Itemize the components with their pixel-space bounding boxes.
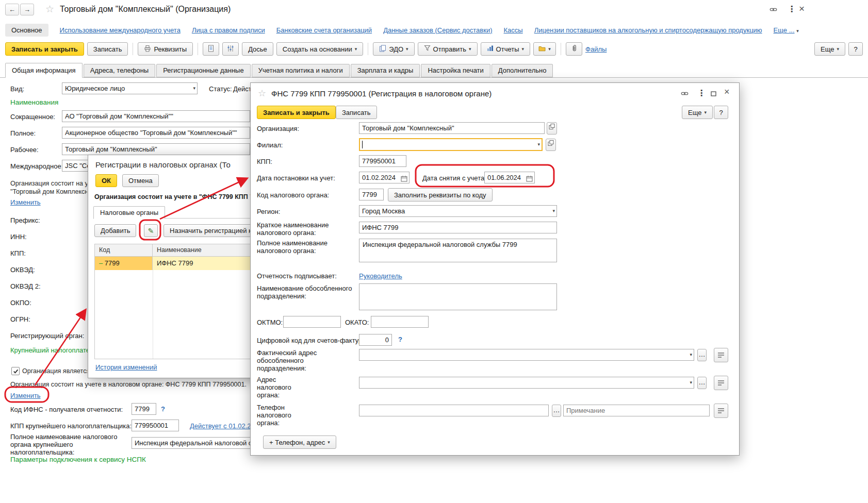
organization-input[interactable]: Торговый дом "Комплексный": [359, 122, 545, 134]
tax-phone-input[interactable]: [359, 405, 549, 416]
maximize-icon[interactable]: [711, 90, 716, 98]
files-link[interactable]: Файлы: [585, 45, 607, 53]
close-icon[interactable]: ×: [724, 87, 730, 97]
cell-code[interactable]: – 7799: [95, 257, 153, 270]
nav-link-cash-desks[interactable]: Кассы: [504, 26, 523, 34]
change-tax-registration-link[interactable]: Изменить: [10, 392, 41, 399]
save-button[interactable]: Записать: [87, 42, 128, 56]
more-button[interactable]: Еще▾: [682, 106, 713, 119]
edo-button[interactable]: ЭДО▾: [373, 42, 414, 56]
help-button[interactable]: ?: [714, 106, 728, 119]
ifns-code-label: Код ИФНС - получателя отчетности:: [10, 406, 123, 413]
fill-by-code-button[interactable]: Заполнить реквизиты по коду: [388, 188, 493, 202]
org-is-checkbox[interactable]: [11, 367, 20, 375]
invoice-code-input[interactable]: 0: [359, 334, 392, 346]
full-tax-name-textarea[interactable]: Инспекция федеральной налоговой службы 7…: [359, 239, 557, 262]
calendar-icon[interactable]: [526, 174, 533, 183]
help-button[interactable]: ?: [848, 42, 863, 56]
dereg-date-input[interactable]: 01.06.2024: [484, 172, 535, 183]
more-menu-icon[interactable]: ⋮: [788, 4, 796, 14]
column-header-code[interactable]: Код: [95, 244, 153, 256]
create-based-on-button[interactable]: Создать на основании▾: [276, 42, 363, 56]
tax-code-input[interactable]: 7799: [359, 189, 384, 200]
attach-file-button[interactable]: [566, 42, 582, 56]
tax-phone-comment-button[interactable]: [714, 404, 728, 418]
nav-link-order-data[interactable]: Данные заказов (Сервис доставки): [383, 26, 492, 34]
add-button[interactable]: Добавить: [94, 224, 136, 237]
send-button[interactable]: Отправить▾: [418, 42, 478, 56]
copy-link-icon[interactable]: [769, 6, 777, 14]
largest-taxpayer-link[interactable]: Крупнейший налогоплател: [10, 346, 88, 354]
abacus-icon-button[interactable]: [222, 42, 239, 56]
region-select[interactable]: Город Москва▾: [359, 205, 557, 217]
cancel-button[interactable]: Отмена: [122, 174, 159, 187]
ok-button[interactable]: ОК: [95, 174, 117, 187]
back-button[interactable]: ←: [5, 4, 19, 15]
copy-link-icon[interactable]: [681, 90, 689, 98]
nav-link-alcohol-licenses[interactable]: Лицензии поставщиков на алкогольную и сп…: [534, 26, 762, 34]
save-button[interactable]: Записать: [336, 106, 377, 119]
kpp-largest-input[interactable]: 779950001: [132, 420, 179, 431]
tab-addresses-phones[interactable]: Адреса, телефоны: [84, 64, 156, 77]
short-tax-name-input[interactable]: ИФНС 7799: [359, 222, 557, 233]
save-and-close-button[interactable]: Записать и закрыть: [5, 42, 84, 56]
catalog-icon-button[interactable]: ▾: [533, 42, 556, 56]
branch-input[interactable]: ▾: [359, 138, 543, 151]
actual-address-more-button[interactable]: …: [697, 349, 707, 361]
tax-address-input[interactable]: ▾: [359, 377, 694, 389]
calendar-icon[interactable]: [401, 174, 407, 183]
oktmo-input[interactable]: [283, 316, 341, 328]
tab-accounting-policy[interactable]: Учетная политика и налоги: [252, 64, 350, 77]
nav-more[interactable]: Еще ... ▾: [774, 26, 799, 34]
okato-input[interactable]: [371, 316, 429, 328]
reg-date-input[interactable]: 01.02.2024: [359, 172, 410, 183]
tab-payroll-hr[interactable]: Зарплата и кадры: [351, 64, 420, 77]
nav-link-international-accounting[interactable]: Использование международного учета: [60, 26, 181, 34]
add-phone-address-button[interactable]: + Телефон, адрес▾: [263, 435, 336, 449]
separate-division-textarea[interactable]: [359, 283, 557, 310]
tab-tax-authorities[interactable]: Налоговые органы: [93, 206, 165, 219]
tax-address-more-button[interactable]: …: [697, 377, 707, 389]
ifns-help-icon[interactable]: ?: [161, 405, 165, 413]
working-name-input[interactable]: Торговый дом "Комплексный": [62, 143, 250, 155]
kind-select[interactable]: Юридическое лицо▾: [62, 82, 198, 94]
open-organization-button[interactable]: [547, 122, 557, 135]
nav-link-signing-persons[interactable]: Лица с правом подписи: [192, 26, 265, 34]
phone-note-input[interactable]: [563, 405, 710, 416]
dossier-button[interactable]: Досье: [242, 42, 273, 56]
ifns-code-input[interactable]: 7799: [132, 403, 156, 415]
tab-print-settings[interactable]: Настройка печати: [421, 64, 490, 77]
tax-phone-more-button[interactable]: …: [552, 405, 561, 417]
more-button[interactable]: Еще▾: [814, 42, 845, 56]
tab-registration-data[interactable]: Регистрационные данные: [156, 64, 250, 77]
assign-registration-button[interactable]: Назначить регистрацией кру: [163, 224, 265, 237]
tax-address-comment-button[interactable]: [714, 376, 728, 390]
nav-item-main[interactable]: Основное: [5, 24, 48, 37]
actual-address-input[interactable]: ▾: [359, 349, 694, 361]
edit-pencil-button[interactable]: ✎: [144, 224, 158, 237]
short-name-input[interactable]: АО "Торговый дом "Комплексный"": [62, 110, 250, 122]
valid-from-link[interactable]: Действует с 01.02.202: [190, 422, 258, 430]
history-link[interactable]: История изменений: [95, 363, 157, 371]
more-menu-icon[interactable]: ⋮: [697, 88, 706, 98]
reports-button[interactable]: Отчеты▾: [481, 42, 530, 56]
open-branch-button[interactable]: [546, 139, 556, 151]
requisites-button[interactable]: Реквизиты: [138, 42, 193, 56]
change-registration-link[interactable]: Изменить: [10, 198, 41, 206]
favorite-star-icon[interactable]: ☆: [45, 3, 54, 15]
save-and-close-button[interactable]: Записать и закрыть: [257, 106, 336, 119]
full-name-input[interactable]: Акционерное общество "Торговый дом "Комп…: [62, 127, 250, 139]
favorite-star-icon[interactable]: ☆: [258, 88, 266, 99]
invoice-code-help-icon[interactable]: ?: [398, 336, 402, 343]
full-name-label: Полное:: [10, 129, 36, 137]
signer-link[interactable]: Руководитель: [359, 272, 402, 280]
kpp-input[interactable]: 779950001: [359, 155, 406, 167]
close-icon[interactable]: ×: [799, 3, 805, 14]
document-icon-button[interactable]: [203, 42, 219, 56]
tab-general-info[interactable]: Общая информация: [5, 63, 83, 78]
forward-button[interactable]: →: [20, 4, 34, 15]
ogrn-label: ОГРН:: [10, 315, 30, 323]
nav-link-bank-accounts[interactable]: Банковские счета организаций: [276, 26, 372, 34]
tab-additional[interactable]: Дополнительно: [492, 64, 553, 77]
actual-address-comment-button[interactable]: [714, 348, 728, 362]
